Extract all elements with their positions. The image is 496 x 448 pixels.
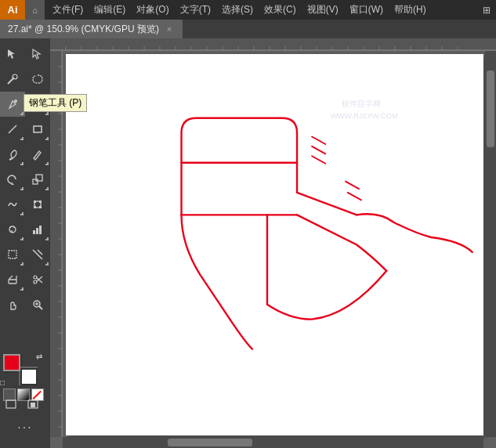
artboard: 软件目字网 WWW.RJZXW.COM (66, 54, 483, 435)
tool-row-4 (0, 117, 50, 142)
svg-rect-37 (31, 403, 35, 407)
svg-rect-18 (33, 230, 35, 234)
menu-window[interactable]: 窗口(W) (345, 2, 388, 18)
scroll-thumb-v[interactable] (487, 70, 494, 148)
scroll-thumb-h[interactable] (168, 439, 252, 446)
free-transform-tool[interactable] (25, 192, 50, 217)
tool-row-2 (0, 67, 50, 92)
tool-row-5 (0, 142, 50, 167)
svg-line-5 (9, 158, 13, 160)
tool-row-1 (0, 42, 50, 67)
menu-help[interactable]: 帮助(H) (389, 2, 431, 18)
svg-rect-21 (9, 251, 16, 258)
svg-rect-19 (36, 228, 38, 234)
svg-text:软件目字网: 软件目字网 (342, 99, 381, 108)
layout-button[interactable]: ⊞ (476, 0, 496, 20)
svg-rect-13 (39, 206, 42, 208)
scale-tool[interactable] (25, 167, 50, 192)
home-button[interactable]: ⌂ (25, 0, 45, 20)
svg-point-16 (13, 226, 15, 228)
line-tool[interactable] (0, 117, 25, 142)
svg-line-99 (312, 146, 325, 154)
menu-items: 文件(F) 编辑(E) 对象(O) 文字(T) 选择(S) 效果(C) 视图(V… (45, 2, 476, 18)
menu-edit[interactable]: 编辑(E) (89, 2, 130, 18)
bottom-tools: ··· (0, 396, 50, 440)
stroke-color[interactable] (20, 368, 38, 385)
scrollbar-horizontal[interactable] (63, 437, 483, 448)
paintbrush-tool[interactable] (0, 142, 25, 167)
default-colors-icon[interactable]: □ (0, 378, 5, 387)
drawing-canvas[interactable]: 软件目字网 WWW.RJZXW.COM (66, 54, 483, 435)
selection-tool[interactable] (0, 42, 25, 67)
tab-close-button[interactable]: × (164, 23, 175, 34)
svg-line-32 (39, 306, 42, 309)
screen-mode[interactable] (22, 396, 44, 414)
swap-colors-icon[interactable]: ⇄ (36, 352, 42, 361)
tab-label: 27.ai* @ 150.9% (CMYK/GPU 预览) (8, 23, 159, 36)
menu-file[interactable]: 文件(F) (48, 2, 88, 18)
change-screen-mode[interactable] (0, 396, 22, 414)
scissors-tool[interactable] (25, 267, 50, 292)
menu-effect[interactable]: 效果(C) (259, 2, 301, 18)
svg-rect-35 (6, 400, 16, 408)
svg-rect-24 (9, 280, 16, 284)
rotate-tool[interactable] (0, 167, 25, 192)
active-tab[interactable]: 27.ai* @ 150.9% (CMYK/GPU 预览) × (0, 20, 183, 38)
tool-tooltip: 钢笔工具 (P) (24, 94, 87, 112)
tool-row-6 (0, 167, 50, 192)
svg-line-98 (312, 136, 325, 144)
svg-line-23 (38, 250, 42, 255)
tool-row-9 (0, 242, 50, 267)
magic-wand-tool[interactable] (0, 67, 25, 92)
symbol-spray-tool[interactable] (0, 217, 25, 242)
svg-line-95 (297, 193, 357, 215)
hand-tool[interactable] (0, 292, 25, 317)
svg-point-15 (9, 226, 11, 228)
slice-tool[interactable] (25, 242, 50, 267)
svg-rect-7 (33, 179, 38, 184)
canvas-area: > 软件目字网 WWW.RJZXW.COM (50, 38, 496, 448)
svg-rect-4 (34, 126, 42, 132)
svg-point-1 (13, 74, 17, 79)
tool-row-11 (0, 292, 50, 317)
lasso-tool[interactable] (25, 67, 50, 92)
view-mode-row (0, 396, 50, 414)
menu-object[interactable]: 对象(O) (132, 2, 173, 18)
svg-line-102 (348, 193, 361, 201)
artboard-tool[interactable] (0, 242, 25, 267)
fill-color[interactable] (3, 354, 20, 371)
tool-row-8 (0, 217, 50, 242)
svg-rect-11 (39, 201, 42, 203)
svg-rect-20 (39, 226, 42, 234)
tool-row-10 (0, 267, 50, 292)
ruler-horizontal: > (50, 38, 496, 51)
tool-row-7 (0, 192, 50, 217)
svg-point-2 (14, 99, 17, 103)
eraser-tool[interactable] (0, 267, 25, 292)
pen-tool[interactable] (0, 92, 25, 117)
direct-selection-tool[interactable] (25, 42, 50, 67)
menu-type[interactable]: 文字(T) (176, 2, 215, 18)
fill-stroke-indicator[interactable]: ⇄ □ (3, 354, 38, 385)
menu-select[interactable]: 选择(S) (217, 2, 258, 18)
scrollbar-vertical[interactable] (485, 51, 496, 437)
warp-tool[interactable] (0, 192, 25, 217)
zoom-tool[interactable] (25, 292, 50, 317)
app-logo: Ai (0, 0, 25, 20)
svg-rect-12 (34, 206, 36, 208)
column-graph-tool[interactable] (25, 217, 50, 242)
svg-line-3 (9, 125, 16, 133)
svg-point-28 (34, 280, 37, 284)
svg-line-25 (9, 276, 13, 280)
svg-line-100 (312, 156, 325, 164)
svg-line-22 (33, 250, 42, 259)
rect-tool[interactable] (25, 117, 50, 142)
menu-bar: Ai ⌂ 文件(F) 编辑(E) 对象(O) 文字(T) 选择(S) 效果(C)… (0, 0, 496, 20)
more-tools[interactable]: ··· (13, 415, 38, 440)
tab-bar: 27.ai* @ 150.9% (CMYK/GPU 预览) × (0, 20, 496, 38)
color-area: ⇄ □ (3, 354, 47, 401)
menu-view[interactable]: 视图(V) (302, 2, 343, 18)
svg-text:WWW.RJZXW.COM: WWW.RJZXW.COM (331, 111, 398, 120)
pencil-tool[interactable] (25, 142, 50, 167)
svg-line-101 (346, 182, 359, 190)
